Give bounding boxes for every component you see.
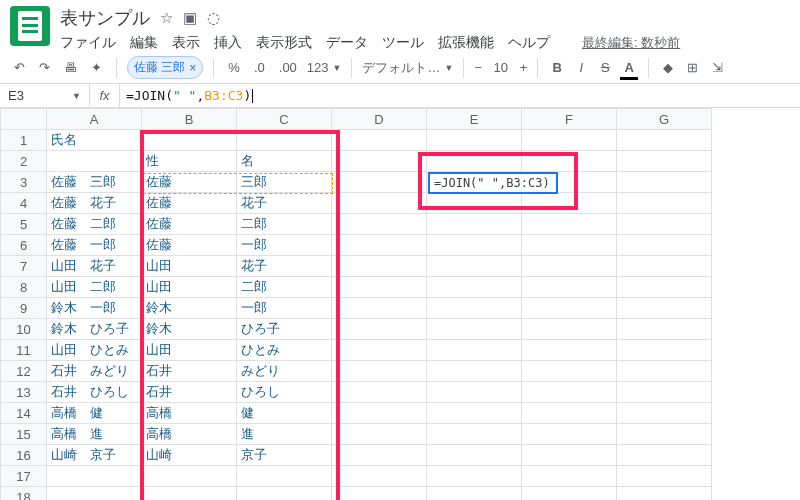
table-row[interactable]: 2性名 bbox=[1, 151, 712, 172]
cell[interactable] bbox=[47, 487, 142, 501]
cell[interactable] bbox=[142, 130, 237, 151]
font-size-dd[interactable]: − 10 + bbox=[474, 60, 527, 75]
col-header[interactable]: D bbox=[332, 109, 427, 130]
table-row[interactable]: 7山田 花子山田花子 bbox=[1, 256, 712, 277]
cell[interactable] bbox=[522, 130, 617, 151]
cell[interactable] bbox=[522, 214, 617, 235]
cell[interactable] bbox=[522, 298, 617, 319]
print-icon[interactable]: 🖶 bbox=[60, 57, 81, 78]
cell[interactable] bbox=[332, 382, 427, 403]
cell[interactable] bbox=[522, 361, 617, 382]
cell[interactable] bbox=[427, 361, 522, 382]
table-row[interactable]: 1氏名 bbox=[1, 130, 712, 151]
last-edit-link[interactable]: 最終編集: 数秒前 bbox=[582, 34, 680, 52]
cell[interactable]: 佐藤 花子 bbox=[47, 193, 142, 214]
cell[interactable]: 鈴木 一郎 bbox=[47, 298, 142, 319]
cell[interactable]: 山田 bbox=[142, 277, 237, 298]
cell[interactable]: 花子 bbox=[237, 193, 332, 214]
chip-close-icon[interactable]: × bbox=[189, 61, 196, 75]
cell[interactable] bbox=[332, 298, 427, 319]
row-header[interactable]: 4 bbox=[1, 193, 47, 214]
cell[interactable] bbox=[427, 235, 522, 256]
cell[interactable] bbox=[522, 151, 617, 172]
row-header[interactable]: 16 bbox=[1, 445, 47, 466]
cell[interactable]: 高橋 健 bbox=[47, 403, 142, 424]
table-row[interactable]: 11山田 ひとみ山田ひとみ bbox=[1, 340, 712, 361]
row-header[interactable]: 6 bbox=[1, 235, 47, 256]
cell[interactable] bbox=[617, 340, 712, 361]
cell[interactable] bbox=[617, 130, 712, 151]
cell[interactable]: 一郎 bbox=[237, 235, 332, 256]
star-icon[interactable]: ☆ bbox=[160, 9, 173, 27]
cell[interactable] bbox=[617, 151, 712, 172]
menu-view[interactable]: 表示 bbox=[172, 34, 200, 52]
row-header[interactable]: 3 bbox=[1, 172, 47, 193]
cell[interactable]: 佐藤 bbox=[142, 172, 237, 193]
cell[interactable] bbox=[617, 193, 712, 214]
menu-format[interactable]: 表示形式 bbox=[256, 34, 312, 52]
cell[interactable] bbox=[332, 277, 427, 298]
cell[interactable] bbox=[142, 487, 237, 501]
font-family-dd[interactable]: デフォルト…▼ bbox=[362, 59, 453, 77]
cell[interactable] bbox=[332, 193, 427, 214]
row-header[interactable]: 14 bbox=[1, 403, 47, 424]
cell[interactable]: 高橋 bbox=[142, 403, 237, 424]
row-header[interactable]: 15 bbox=[1, 424, 47, 445]
cell[interactable] bbox=[427, 487, 522, 501]
cell[interactable] bbox=[427, 214, 522, 235]
col-header[interactable]: E bbox=[427, 109, 522, 130]
cell[interactable] bbox=[617, 382, 712, 403]
table-row[interactable]: 5佐藤 二郎佐藤二郎 bbox=[1, 214, 712, 235]
cell[interactable]: 山田 花子 bbox=[47, 256, 142, 277]
cell[interactable]: 進 bbox=[237, 424, 332, 445]
cell[interactable]: 一郎 bbox=[237, 298, 332, 319]
cell[interactable] bbox=[332, 466, 427, 487]
cell[interactable]: 花子 bbox=[237, 256, 332, 277]
cell[interactable] bbox=[617, 445, 712, 466]
cell[interactable] bbox=[617, 214, 712, 235]
table-row[interactable]: 15高橋 進高橋進 bbox=[1, 424, 712, 445]
row-header[interactable]: 18 bbox=[1, 487, 47, 501]
cell[interactable] bbox=[522, 193, 617, 214]
row-header[interactable]: 7 bbox=[1, 256, 47, 277]
cell[interactable] bbox=[617, 487, 712, 501]
cell[interactable]: 京子 bbox=[237, 445, 332, 466]
cell[interactable] bbox=[617, 319, 712, 340]
cell[interactable] bbox=[522, 319, 617, 340]
cell[interactable] bbox=[522, 466, 617, 487]
menu-tools[interactable]: ツール bbox=[382, 34, 424, 52]
menu-extensions[interactable]: 拡張機能 bbox=[438, 34, 494, 52]
cell[interactable]: 佐藤 三郎 bbox=[47, 172, 142, 193]
cell[interactable]: 石井 ひろし bbox=[47, 382, 142, 403]
increase-decimal[interactable]: .00 bbox=[275, 57, 301, 78]
cell[interactable] bbox=[522, 256, 617, 277]
cell[interactable] bbox=[522, 235, 617, 256]
cell[interactable]: 鈴木 bbox=[142, 319, 237, 340]
col-header[interactable]: G bbox=[617, 109, 712, 130]
decrease-decimal[interactable]: .0 bbox=[250, 57, 269, 78]
row-header[interactable]: 13 bbox=[1, 382, 47, 403]
strike-button[interactable]: S bbox=[596, 57, 614, 78]
cell[interactable] bbox=[237, 130, 332, 151]
table-row[interactable]: 3佐藤 三郎佐藤三郎 bbox=[1, 172, 712, 193]
redo-icon[interactable]: ↷ bbox=[35, 57, 54, 78]
row-header[interactable]: 17 bbox=[1, 466, 47, 487]
cell[interactable] bbox=[427, 277, 522, 298]
cell[interactable] bbox=[332, 172, 427, 193]
cell[interactable] bbox=[142, 466, 237, 487]
table-row[interactable]: 16山崎 京子山崎京子 bbox=[1, 445, 712, 466]
cell[interactable] bbox=[332, 361, 427, 382]
row-header[interactable]: 12 bbox=[1, 361, 47, 382]
cell[interactable]: 佐藤 bbox=[142, 214, 237, 235]
row-header[interactable]: 1 bbox=[1, 130, 47, 151]
table-row[interactable]: 13石井 ひろし石井ひろし bbox=[1, 382, 712, 403]
cell[interactable]: 山田 ひとみ bbox=[47, 340, 142, 361]
table-row[interactable]: 4佐藤 花子佐藤花子 bbox=[1, 193, 712, 214]
cell[interactable] bbox=[427, 403, 522, 424]
table-row[interactable]: 6佐藤 一郎佐藤一郎 bbox=[1, 235, 712, 256]
undo-icon[interactable]: ↶ bbox=[10, 57, 29, 78]
spreadsheet-grid[interactable]: A B C D E F G 1氏名2性名3佐藤 三郎佐藤三郎4佐藤 花子佐藤花子… bbox=[0, 108, 800, 500]
cell[interactable] bbox=[332, 256, 427, 277]
row-header[interactable]: 11 bbox=[1, 340, 47, 361]
row-header[interactable]: 5 bbox=[1, 214, 47, 235]
